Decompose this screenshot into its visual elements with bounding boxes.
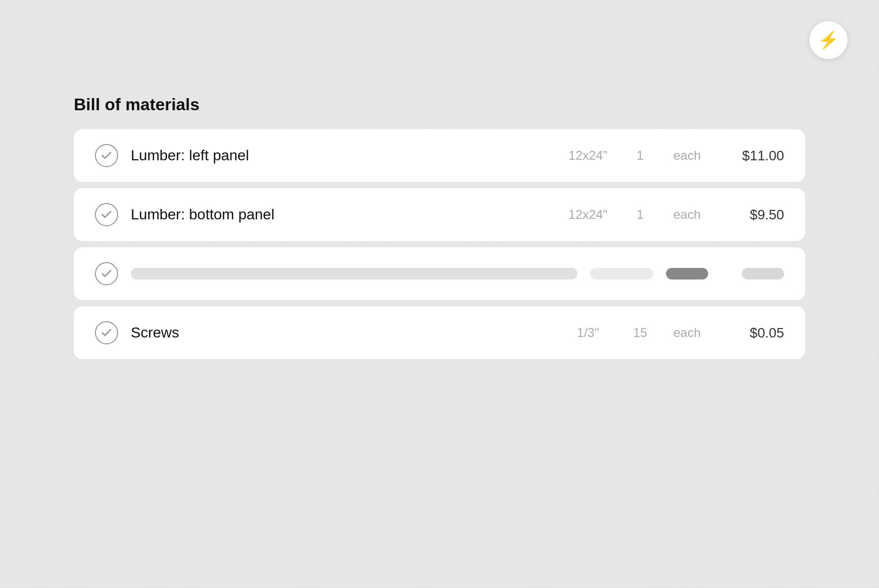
table-row[interactable]: Lumber: bottom panel12x24"1each$9.50 bbox=[74, 188, 805, 241]
check-icon[interactable] bbox=[95, 144, 118, 167]
check-icon[interactable] bbox=[95, 262, 118, 285]
item-price: $0.05 bbox=[721, 325, 784, 341]
item-name: Lumber: bottom panel bbox=[131, 206, 549, 223]
loading-price-wrapper bbox=[721, 268, 784, 279]
item-name: Screws bbox=[131, 324, 549, 341]
item-dimension: 1/3" bbox=[562, 325, 614, 340]
item-unit: each bbox=[666, 207, 708, 222]
page-title: Bill of materials bbox=[74, 95, 805, 114]
item-dimension: 12x24" bbox=[562, 207, 614, 222]
lightning-button[interactable]: ⚡ bbox=[809, 21, 847, 59]
loading-price-bar bbox=[742, 268, 784, 279]
item-unit: each bbox=[666, 148, 708, 163]
item-quantity: 1 bbox=[627, 148, 653, 163]
loading-dim-bar bbox=[590, 268, 653, 279]
bom-list: Lumber: left panel12x24"1each$11.00Lumbe… bbox=[74, 129, 805, 359]
item-quantity: 1 bbox=[627, 207, 653, 222]
main-container: Bill of materials Lumber: left panel12x2… bbox=[74, 95, 805, 359]
table-row[interactable]: Screws1/3"15each$0.05 bbox=[74, 306, 805, 359]
table-row[interactable]: Lumber: left panel12x24"1each$11.00 bbox=[74, 129, 805, 182]
check-icon[interactable] bbox=[95, 203, 118, 226]
loading-qty-bar bbox=[666, 268, 708, 279]
loading-name-bar bbox=[131, 268, 577, 279]
loading-dim-wrapper bbox=[590, 268, 653, 279]
item-name: Lumber: left panel bbox=[131, 147, 549, 164]
table-row[interactable] bbox=[74, 247, 805, 300]
lightning-icon: ⚡ bbox=[818, 30, 839, 50]
item-price: $9.50 bbox=[721, 207, 784, 223]
item-price: $11.00 bbox=[721, 148, 784, 164]
loading-qty-wrapper bbox=[666, 268, 708, 279]
item-dimension: 12x24" bbox=[562, 148, 614, 163]
check-icon[interactable] bbox=[95, 321, 118, 344]
item-unit: each bbox=[666, 325, 708, 340]
item-quantity: 15 bbox=[627, 325, 653, 340]
